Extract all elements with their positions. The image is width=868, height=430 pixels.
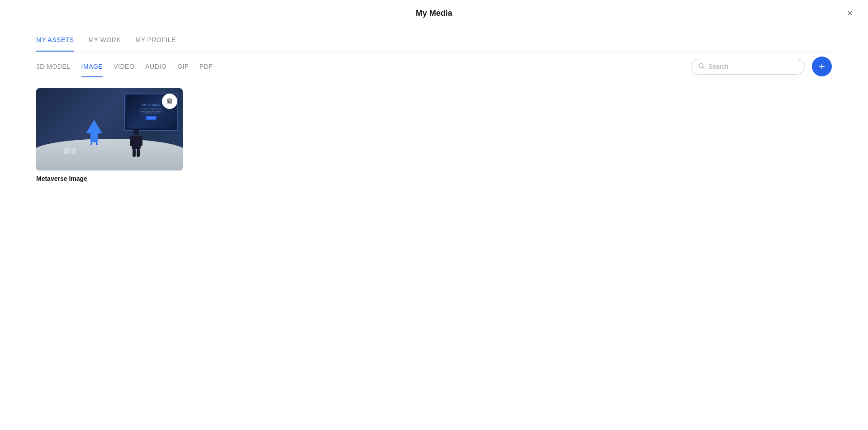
svg-rect-10 <box>64 147 70 154</box>
mv-contact-btn: Contact Us <box>146 116 157 120</box>
main-content: MY ASSETS MY WORK MY PROFILE 3D MODEL IM… <box>0 27 868 182</box>
svg-line-1 <box>703 67 705 69</box>
subtab-gif[interactable]: GIF <box>177 56 189 77</box>
mv-desk-items <box>63 139 90 157</box>
tab-my-profile[interactable]: MY PROFILE <box>135 27 176 52</box>
svg-rect-11 <box>65 146 69 147</box>
svg-rect-7 <box>137 149 140 157</box>
svg-rect-5 <box>139 136 142 146</box>
close-button[interactable]: × <box>843 6 857 21</box>
subtab-video[interactable]: VIDEO <box>114 56 134 77</box>
tab-my-assets[interactable]: MY ASSETS <box>36 27 74 52</box>
search-icon <box>698 63 705 71</box>
svg-point-2 <box>133 129 139 135</box>
search-container <box>691 59 805 75</box>
add-media-button[interactable]: + <box>812 57 832 76</box>
page-title: My Media <box>416 9 452 18</box>
media-thumbnail: GET IN TOUCH ve questions about technolo… <box>36 88 183 170</box>
metaverse-bg: GET IN TOUCH ve questions about technolo… <box>36 88 183 170</box>
svg-rect-6 <box>133 149 136 157</box>
subtab-image[interactable]: IMAGE <box>81 56 103 77</box>
svg-rect-4 <box>130 136 133 146</box>
trash-icon <box>166 98 173 105</box>
svg-rect-12 <box>71 148 76 154</box>
subtab-audio[interactable]: AUDIO <box>145 56 166 77</box>
subtab-3d-model[interactable]: 3D MODEL <box>36 56 71 77</box>
svg-rect-15 <box>169 100 170 103</box>
tab-my-work[interactable]: MY WORK <box>89 27 121 52</box>
search-input[interactable] <box>708 63 797 70</box>
svg-rect-13 <box>72 146 76 148</box>
mv-desk <box>36 139 183 170</box>
subtab-pdf[interactable]: PDF <box>199 56 213 77</box>
mv-screen-text: GET IN TOUCH <box>142 104 161 107</box>
svg-rect-14 <box>168 100 169 103</box>
mv-person-silhouette <box>128 128 144 158</box>
actions-area: + <box>691 57 832 76</box>
svg-rect-16 <box>171 100 171 103</box>
media-grid: GET IN TOUCH ve questions about technolo… <box>36 88 832 182</box>
media-item-name: Metaverse Image <box>36 175 183 182</box>
mv-screen-body: ve questions about technologycustom spac… <box>140 108 162 115</box>
header: My Media × <box>0 0 868 27</box>
delete-button[interactable] <box>162 94 177 109</box>
list-item: GET IN TOUCH ve questions about technolo… <box>36 88 183 182</box>
toolbar-row: 3D MODEL IMAGE VIDEO AUDIO GIF PDF + <box>36 52 832 77</box>
sub-tabs: 3D MODEL IMAGE VIDEO AUDIO GIF PDF <box>36 56 213 77</box>
main-tabs: MY ASSETS MY WORK MY PROFILE <box>36 27 832 52</box>
